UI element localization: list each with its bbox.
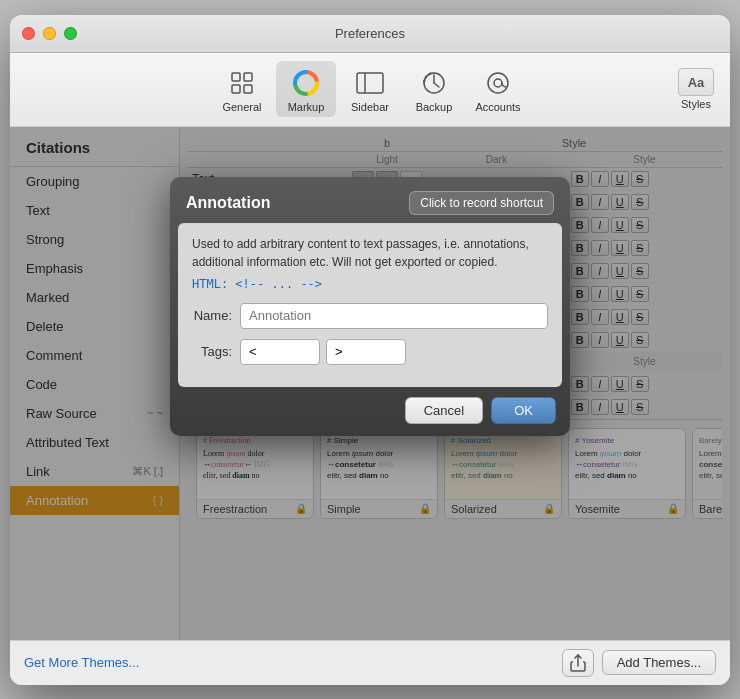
svg-point-11	[494, 79, 502, 87]
toolbar-item-general[interactable]: General	[212, 61, 272, 117]
clock-icon	[418, 67, 450, 99]
annotation-modal: Annotation Click to record shortcut Used…	[170, 177, 570, 436]
toolbar-styles[interactable]: Aa Styles	[678, 68, 714, 110]
styles-icon[interactable]: Aa	[678, 68, 714, 96]
color-icon	[290, 67, 322, 99]
modal-tags-label: Tags:	[192, 344, 232, 359]
minimize-button[interactable]	[43, 27, 56, 40]
at-icon	[482, 67, 514, 99]
modal-title: Annotation	[186, 194, 270, 212]
modal-name-label: Name:	[192, 308, 232, 323]
modal-html-label: HTML:	[192, 277, 228, 291]
toolbar-items: General Markup	[212, 61, 528, 117]
titlebar-buttons	[22, 27, 77, 40]
sidebar-icon	[354, 67, 386, 99]
share-icon	[570, 654, 586, 672]
modal-name-field: Name:	[192, 303, 548, 329]
get-more-themes-link[interactable]: Get More Themes...	[24, 655, 139, 670]
window-title: Preferences	[335, 26, 405, 41]
toolbar-item-markup[interactable]: Markup	[276, 61, 336, 117]
modal-tags-inputs	[240, 339, 548, 365]
toolbar-item-accounts[interactable]: Accounts	[468, 61, 528, 117]
svg-line-9	[434, 83, 439, 87]
modal-overlay: Annotation Click to record shortcut Used…	[10, 127, 730, 640]
toolbar-backup-label: Backup	[416, 101, 453, 113]
modal-tag-close-input[interactable]	[326, 339, 406, 365]
styles-abbr: Aa	[688, 75, 705, 90]
toolbar-general-label: General	[222, 101, 261, 113]
svg-rect-3	[244, 85, 252, 93]
styles-label: Styles	[681, 98, 711, 110]
titlebar: Preferences	[10, 15, 730, 53]
grid-icon	[226, 67, 258, 99]
modal-footer: Cancel OK	[170, 387, 570, 436]
toolbar: General Markup	[10, 53, 730, 127]
svg-rect-0	[232, 73, 240, 81]
ok-button[interactable]: OK	[491, 397, 556, 424]
modal-description: Used to add arbitrary content to text pa…	[192, 235, 548, 271]
close-button[interactable]	[22, 27, 35, 40]
main-content: Citations Grouping Text Strong Emphasis …	[10, 127, 730, 640]
modal-body: Used to add arbitrary content to text pa…	[178, 223, 562, 387]
bottom-bar: Get More Themes... Add Themes...	[10, 640, 730, 685]
bottom-right: Add Themes...	[562, 649, 716, 677]
cancel-button[interactable]: Cancel	[405, 397, 483, 424]
share-button[interactable]	[562, 649, 594, 677]
modal-tags-field: Tags:	[192, 339, 548, 365]
modal-tag-open-input[interactable]	[240, 339, 320, 365]
svg-rect-5	[357, 73, 383, 93]
toolbar-item-sidebar[interactable]: Sidebar	[340, 61, 400, 117]
record-shortcut-button[interactable]: Click to record shortcut	[409, 191, 554, 215]
svg-point-10	[488, 73, 508, 93]
add-themes-button[interactable]: Add Themes...	[602, 650, 716, 675]
modal-header: Annotation Click to record shortcut	[170, 177, 570, 223]
svg-rect-1	[244, 73, 252, 81]
toolbar-item-backup[interactable]: Backup	[404, 61, 464, 117]
svg-rect-2	[232, 85, 240, 93]
toolbar-accounts-label: Accounts	[475, 101, 520, 113]
toolbar-markup-label: Markup	[288, 101, 325, 113]
preferences-window: Preferences General	[10, 15, 730, 685]
toolbar-sidebar-label: Sidebar	[351, 101, 389, 113]
modal-html-value: <!-- ... -->	[235, 277, 322, 291]
maximize-button[interactable]	[64, 27, 77, 40]
modal-name-input[interactable]	[240, 303, 548, 329]
modal-html-preview: HTML: <!-- ... -->	[192, 277, 548, 291]
